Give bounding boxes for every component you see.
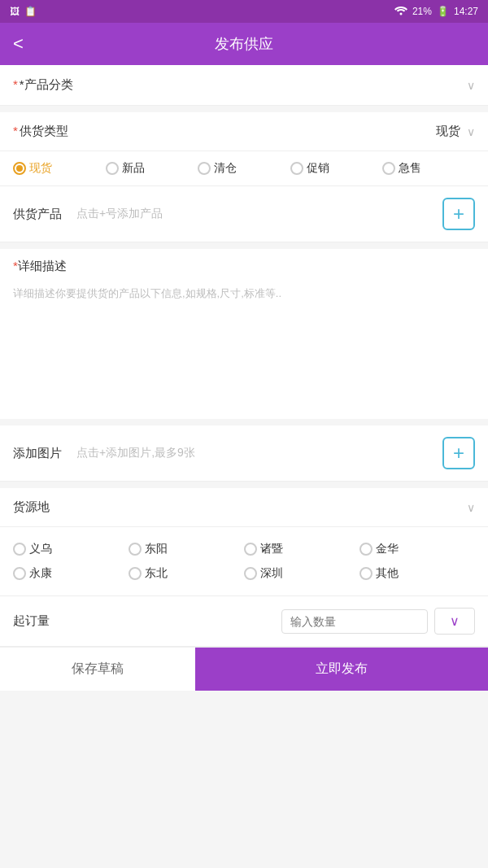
divider-3 xyxy=(0,482,488,488)
radio-xinpin[interactable]: 新品 xyxy=(106,161,198,176)
status-right: 21% 🔋 14:27 xyxy=(394,6,478,18)
description-textarea-area[interactable]: 详细描述你要提供货的产品以下信息,如规格,尺寸,标准等.. xyxy=(0,279,488,425)
moq-input-wrapper: ∨ xyxy=(70,608,475,635)
moq-input[interactable] xyxy=(281,609,428,634)
radio-xianhuo-circle xyxy=(13,162,26,175)
source-yongkang[interactable]: 永康 xyxy=(13,561,129,586)
supply-type-label: *供货类型 xyxy=(13,124,78,139)
radio-qingcang-label: 清仓 xyxy=(214,161,237,176)
source-location-chevron: ∨ xyxy=(467,501,475,514)
supply-type-options: 现货 新品 清仓 促销 急售 xyxy=(0,151,488,186)
moq-unit-dropdown[interactable]: ∨ xyxy=(434,608,475,635)
moq-label: 起订量 xyxy=(13,613,70,629)
supply-type-value: 现货 xyxy=(78,124,460,139)
moq-dropdown-chevron: ∨ xyxy=(450,613,460,629)
source-dongyang-label: 东阳 xyxy=(145,542,168,556)
header: < 发布供应 xyxy=(0,23,488,65)
radio-xinpin-circle xyxy=(106,162,119,175)
battery-status: 21% xyxy=(412,6,432,17)
source-zhuji-circle xyxy=(244,543,257,556)
source-shenzhen-label: 深圳 xyxy=(260,566,283,581)
source-dongbei-label: 东北 xyxy=(145,566,168,581)
radio-qingcang-circle xyxy=(198,162,211,175)
supply-product-hint: 点击+号添加产品 xyxy=(70,207,442,221)
radio-cuxiao-label: 促销 xyxy=(307,161,329,176)
supply-product-row: 供货产品 点击+号添加产品 + xyxy=(0,186,488,242)
back-button[interactable]: < xyxy=(13,33,24,55)
source-other[interactable]: 其他 xyxy=(359,561,475,586)
status-bar: 🖼 📋 21% 🔋 14:27 xyxy=(0,0,488,23)
source-yiwu-label: 义乌 xyxy=(29,542,52,556)
bottom-bar: 保存草稿 立即发布 xyxy=(0,647,488,691)
status-left: 🖼 📋 xyxy=(10,6,37,17)
source-yiwu[interactable]: 义乌 xyxy=(13,537,129,561)
source-dongbei-circle xyxy=(129,567,142,580)
source-yiwu-circle xyxy=(13,543,26,556)
source-jinhua-label: 金华 xyxy=(376,542,399,556)
source-yongkang-label: 永康 xyxy=(29,566,52,581)
radio-jishou-circle xyxy=(382,162,395,175)
source-options-row: 义乌 东阳 诸暨 金华 永康 东北 深圳 其他 xyxy=(0,527,488,596)
time: 14:27 xyxy=(454,6,478,17)
notification-icon: 📋 xyxy=(24,6,37,17)
description-placeholder: 详细描述你要提供货的产品以下信息,如规格,尺寸,标准等.. xyxy=(13,287,281,299)
publish-button[interactable]: 立即发布 xyxy=(195,648,488,691)
supply-type-chevron: ∨ xyxy=(467,125,475,138)
supply-type-row: *供货类型 现货 ∨ xyxy=(0,112,488,151)
svg-point-0 xyxy=(399,12,402,15)
radio-cuxiao-circle xyxy=(290,162,303,175)
add-product-button[interactable]: + xyxy=(442,198,475,230)
add-photo-hint: 点击+添加图片,最多9张 xyxy=(70,446,442,460)
source-location-row[interactable]: 货源地 ∨ xyxy=(0,488,488,527)
radio-xianhuo[interactable]: 现货 xyxy=(13,161,106,176)
source-location-label: 货源地 xyxy=(13,499,460,515)
wifi-icon xyxy=(394,6,407,18)
radio-xinpin-label: 新品 xyxy=(122,161,145,176)
battery-icon: 🔋 xyxy=(437,6,449,17)
source-other-label: 其他 xyxy=(376,566,399,581)
form-content: **产品分类 ∨ *供货类型 现货 ∨ 现货 新品 清仓 促销 xyxy=(0,65,488,647)
source-shenzhen-circle xyxy=(244,567,257,580)
source-dongyang[interactable]: 东阳 xyxy=(129,537,244,561)
source-dongbei[interactable]: 东北 xyxy=(129,561,244,586)
save-draft-button[interactable]: 保存草稿 xyxy=(0,648,195,691)
source-jinhua-circle xyxy=(359,543,373,556)
chevron-down-icon: ∨ xyxy=(467,79,475,92)
image-icon: 🖼 xyxy=(10,6,20,17)
source-dongyang-circle xyxy=(129,543,142,556)
source-jinhua[interactable]: 金华 xyxy=(359,537,475,561)
source-yongkang-circle xyxy=(13,567,26,580)
moq-row: 起订量 ∨ xyxy=(0,596,488,647)
page-title: 发布供应 xyxy=(13,34,475,54)
source-zhuji-label: 诸暨 xyxy=(260,542,283,556)
add-photo-label: 添加图片 xyxy=(13,446,70,461)
divider-1 xyxy=(0,106,488,112)
divider-2 xyxy=(0,242,488,249)
source-shenzhen[interactable]: 深圳 xyxy=(244,561,359,586)
radio-cuxiao[interactable]: 促销 xyxy=(290,161,383,176)
description-label: *详细描述 xyxy=(13,259,475,274)
radio-jishou-label: 急售 xyxy=(399,161,421,176)
radio-qingcang[interactable]: 清仓 xyxy=(198,161,290,176)
product-category-label: **产品分类 xyxy=(13,77,78,93)
radio-jishou[interactable]: 急售 xyxy=(382,161,475,176)
add-photo-row: 添加图片 点击+添加图片,最多9张 + xyxy=(0,425,488,482)
supply-product-label: 供货产品 xyxy=(13,207,70,222)
add-photo-button[interactable]: + xyxy=(442,437,475,469)
product-category-row[interactable]: **产品分类 ∨ xyxy=(0,65,488,106)
source-zhuji[interactable]: 诸暨 xyxy=(244,537,359,561)
source-other-circle xyxy=(359,567,373,580)
description-label-row: *详细描述 xyxy=(0,249,488,279)
radio-xianhuo-label: 现货 xyxy=(29,161,52,176)
